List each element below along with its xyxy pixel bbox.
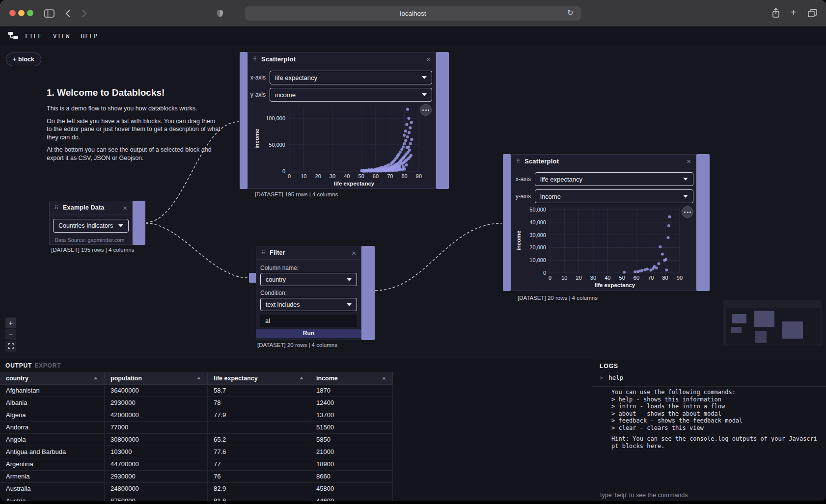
logs-command-input[interactable] <box>592 489 826 501</box>
scatterplot1-more-button[interactable] <box>420 104 432 116</box>
zoom-in-button[interactable]: + <box>5 318 16 328</box>
menu-item-help[interactable]: HELP <box>81 33 98 40</box>
table-cell: 21000 <box>310 446 393 458</box>
zoom-out-button[interactable]: − <box>5 329 16 340</box>
table-cell: 81.8 <box>208 495 310 501</box>
sort-arrow-icon[interactable] <box>300 377 303 379</box>
table-cell: 58.7 <box>208 385 310 397</box>
sort-arrow-icon[interactable] <box>94 377 98 379</box>
scatterplot1-x-axis-select[interactable]: life expectancy <box>270 71 432 84</box>
x-axis-label: x-axis <box>248 74 266 81</box>
address-bar[interactable]: localhost <box>245 6 581 21</box>
window-close-button[interactable] <box>9 10 16 16</box>
filter-column-select[interactable]: country <box>260 273 357 286</box>
selected-value: life expectancy <box>540 176 582 183</box>
welcome-heading: 1. Welcome to Datablocks! <box>47 87 221 98</box>
column-header-label: life expectancy <box>214 375 258 382</box>
selected-value: country <box>266 276 286 283</box>
scatterplot1-input-port[interactable] <box>240 52 248 189</box>
minimap[interactable] <box>723 300 822 345</box>
forward-button-icon[interactable] <box>82 9 87 18</box>
drag-handle-icon[interactable]: ⠿ <box>261 250 265 256</box>
table-cell: Antigua and Barbuda <box>0 446 105 458</box>
log-line: > intro - loads the intro a flow <box>611 403 823 410</box>
welcome-note: 1. Welcome to Datablocks! This is a demo… <box>47 87 221 166</box>
sort-arrow-icon[interactable] <box>382 377 386 379</box>
tab-overview-icon[interactable] <box>808 9 817 18</box>
column-header-label: population <box>110 375 142 382</box>
log-command: help <box>608 374 623 382</box>
welcome-paragraph: On the left side you have a list with bl… <box>47 117 221 142</box>
scatterplot2-more-button[interactable] <box>682 206 693 218</box>
scatterplot2-input-port[interactable] <box>503 154 511 291</box>
selected-value: text includes <box>266 301 300 308</box>
window-zoom-button[interactable] <box>27 10 33 16</box>
close-icon[interactable]: × <box>123 204 127 212</box>
scatterplot2-y-axis-select[interactable]: income <box>535 189 693 203</box>
filter-condition-select[interactable]: text includes <box>260 298 357 311</box>
table-cell: 1870 <box>310 385 393 397</box>
reload-icon[interactable]: ↻ <box>567 8 574 17</box>
filter-condition-label: Condition: <box>260 290 287 296</box>
drag-handle-icon[interactable]: ⠿ <box>55 205 58 211</box>
tab-output[interactable]: OUTPUT <box>5 362 32 369</box>
sort-arrow-icon[interactable] <box>197 377 201 379</box>
logs-title: LOGS <box>600 363 618 370</box>
chevron-down-icon <box>422 93 427 96</box>
share-icon[interactable] <box>771 7 780 19</box>
scatterplot2-x-axis-select[interactable]: life expectancy <box>535 172 693 186</box>
app-logo-icon[interactable] <box>8 31 19 42</box>
address-bar-url: localhost <box>400 10 426 17</box>
minimap-node <box>754 311 774 327</box>
scatterplot1-output-port[interactable] <box>436 52 449 189</box>
scatterplot1-header[interactable]: ⠿ Scatterplot × <box>248 53 436 66</box>
chevron-down-icon <box>683 195 688 198</box>
menu-item-file[interactable]: FILE <box>25 33 42 40</box>
scatterplot2-header[interactable]: ⠿ Scatterplot × <box>511 155 696 168</box>
table-cell: Albania <box>0 397 105 409</box>
output-table-header: countrypopulationlife expectancyincome <box>0 372 393 385</box>
filter-query-input[interactable] <box>260 315 357 327</box>
scatterplot2-output-port[interactable] <box>696 154 710 291</box>
close-icon[interactable]: × <box>687 158 691 165</box>
drag-handle-icon[interactable]: ⠿ <box>516 158 520 164</box>
minimap-node <box>732 314 746 323</box>
table-cell: 77 <box>208 458 310 470</box>
example-data-output-port[interactable] <box>133 201 145 245</box>
welcome-paragraph: At the bottom you can see the output of … <box>47 146 221 162</box>
selected-value: income <box>540 193 561 200</box>
log-line: > about - shows the about modal <box>611 410 823 418</box>
table-cell: 42000000 <box>105 409 208 421</box>
fit-view-button[interactable] <box>5 341 16 352</box>
back-button-icon[interactable] <box>65 9 71 18</box>
scatterplot1-y-axis-select[interactable]: income <box>270 88 432 102</box>
chevron-down-icon <box>683 178 688 181</box>
column-header-life-expectancy[interactable]: life expectancy <box>208 372 310 384</box>
table-cell: 18900 <box>310 458 393 470</box>
column-header-income[interactable]: income <box>310 372 393 384</box>
close-icon[interactable]: × <box>426 55 431 63</box>
example-data-dataset-select[interactable]: Countries Indicators <box>53 219 129 233</box>
new-tab-icon[interactable]: + <box>791 7 797 18</box>
filter-run-button[interactable]: Run <box>256 329 361 338</box>
column-header-label: income <box>316 375 338 382</box>
privacy-shield-icon[interactable] <box>216 9 224 18</box>
column-header-label: country <box>6 375 28 382</box>
window-minimize-button[interactable] <box>18 10 25 16</box>
table-cell: 77.9 <box>208 409 310 421</box>
add-block-button[interactable]: + block <box>6 53 41 66</box>
drag-handle-icon[interactable]: ⠿ <box>253 56 257 62</box>
filter-header[interactable]: ⠿ Filter × <box>256 246 361 260</box>
scatterplot1-title: Scatterplot <box>261 55 296 63</box>
chevron-down-icon <box>118 224 123 227</box>
column-header-population[interactable]: population <box>105 372 208 384</box>
example-data-header[interactable]: ⠿ Example Data × <box>50 201 132 214</box>
filter-output-port[interactable] <box>361 246 375 340</box>
table-cell: Armenia <box>0 471 105 482</box>
menu-item-view[interactable]: VIEW <box>53 33 70 40</box>
sidebar-toggle-icon[interactable] <box>44 9 55 18</box>
close-icon[interactable]: × <box>352 249 356 257</box>
tab-export[interactable]: EXPORT <box>34 362 61 369</box>
column-header-country[interactable]: country <box>0 372 105 384</box>
table-cell: 12400 <box>310 397 393 409</box>
